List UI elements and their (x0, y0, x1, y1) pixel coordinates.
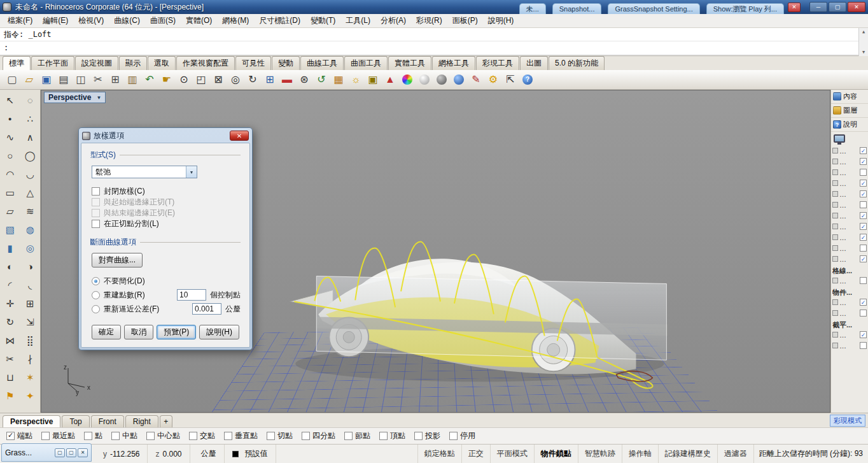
popup-window-icon[interactable]: ▢ (55, 448, 65, 457)
background-tab[interactable]: Snapshot... (552, 3, 602, 14)
display-option-row[interactable]: 物件... (831, 286, 868, 297)
lock-icon[interactable]: ▣ (365, 71, 381, 88)
dropdown-arrow-icon[interactable]: ▼ (186, 166, 197, 178)
scale-icon[interactable]: ⇲ (20, 313, 41, 331)
point-icon[interactable]: • (0, 110, 20, 128)
paint-icon[interactable]: ✦ (20, 387, 41, 405)
open-file-icon[interactable]: ▱ (21, 71, 38, 88)
mirror-icon[interactable]: ⋈ (0, 331, 20, 350)
osnap-toggle[interactable]: 切點 (267, 431, 293, 441)
osnap-checkbox[interactable] (379, 432, 388, 440)
toolbar-tab[interactable]: 可見性 (235, 56, 271, 70)
toolbar-tab[interactable]: 設定視圖 (75, 56, 118, 70)
toolbar-tab[interactable]: 彩現工具 (476, 56, 519, 70)
circle-icon[interactable]: ○ (0, 146, 20, 165)
radio-button[interactable] (92, 291, 100, 299)
toolbar-tab[interactable]: 曲面工具 (344, 56, 388, 70)
display-mode-chip[interactable]: 彩現模式 (830, 415, 865, 427)
zoom-dynamic-icon[interactable]: ⊙ (176, 71, 192, 88)
display-option-row[interactable]: 截平... (831, 318, 868, 329)
scroll-down-icon[interactable]: ▼ (862, 50, 865, 55)
osnap-checkbox[interactable] (224, 432, 232, 440)
option-checkbox[interactable] (860, 180, 867, 187)
viewport-layout-icon[interactable]: ⊞ (262, 71, 278, 88)
undo-icon[interactable]: ↶ (141, 71, 158, 88)
display-option-row[interactable]: … (831, 145, 868, 156)
value-field[interactable]: 0.001 (192, 303, 221, 315)
osnap-toggle[interactable]: 節點 (344, 431, 370, 441)
osnap-checkbox[interactable] (146, 432, 155, 440)
torus-icon[interactable]: ◎ (20, 239, 41, 257)
lamp-icon[interactable]: ☼ (347, 71, 364, 88)
status-toggle[interactable]: 物件鎖點 (534, 445, 578, 463)
background-close-icon[interactable]: ✕ (788, 3, 801, 12)
background-tab[interactable]: 未... (519, 3, 546, 14)
menu-item[interactable]: 變動(T) (305, 14, 340, 27)
loft-option-checkbox[interactable]: 封閉放樣(C) (92, 186, 241, 197)
viewport-tab[interactable]: Front (91, 415, 124, 427)
add-viewport-tab-button[interactable]: + (160, 415, 172, 427)
menu-item[interactable]: 面板(P) (447, 14, 483, 27)
option-checkbox[interactable] (860, 158, 867, 165)
zoom-window-icon[interactable]: ◰ (193, 71, 209, 88)
display-option-row[interactable]: … (831, 340, 868, 351)
trim-icon[interactable]: ✂ (0, 350, 20, 368)
status-toggle[interactable]: 正交 (461, 445, 490, 463)
align-curves-button[interactable]: 對齊曲線... (92, 253, 143, 267)
viewport-tab[interactable]: Right (125, 415, 158, 427)
conic-icon[interactable]: ◡ (20, 165, 41, 183)
save-icon[interactable]: ▣ (38, 71, 55, 88)
grasshopper-popup[interactable]: Grass... ▢▢✕ (1, 443, 92, 462)
render-sphere-light-icon[interactable] (416, 71, 433, 88)
move-icon[interactable]: ✛ (0, 294, 20, 313)
viewport-tab[interactable]: Perspective (3, 415, 60, 427)
panel-tab-properties[interactable]: 內容 (831, 90, 868, 104)
gumball-icon[interactable]: ⇱ (502, 71, 519, 88)
render-icon[interactable]: ▲ (382, 71, 398, 88)
rectangle-icon[interactable]: ▭ (0, 183, 20, 202)
option-checkbox[interactable] (860, 223, 867, 230)
toolbar-tab[interactable]: 曲線工具 (300, 56, 344, 70)
option-checkbox[interactable] (860, 342, 867, 349)
osnap-checkbox[interactable] (449, 432, 458, 440)
dialog-close-button[interactable]: ✕ (230, 131, 249, 141)
loft-style-dropdown[interactable]: 鬆弛 ▼ (92, 166, 197, 178)
viewport-menu-caret-icon[interactable]: ▼ (96, 95, 101, 101)
zoom-target-icon[interactable]: ⊛ (296, 71, 312, 88)
dialog-titlebar[interactable]: 放樣選項 ✕ (81, 130, 250, 143)
boolean-difference-icon[interactable]: ◑ (20, 257, 41, 276)
option-checkbox[interactable] (860, 310, 867, 317)
option-checkbox[interactable] (860, 234, 867, 241)
status-toggle[interactable]: 智慧軌跡 (578, 445, 622, 463)
menu-item[interactable]: 網格(M) (217, 14, 254, 27)
lasso-select-icon[interactable]: ◌ (20, 91, 41, 110)
box-icon[interactable]: ▧ (0, 220, 20, 239)
loft-option-checkbox[interactable]: 在正切點分割(L) (92, 218, 241, 229)
checkbox-box[interactable] (92, 187, 100, 196)
display-option-row[interactable]: … (831, 232, 868, 243)
menu-item[interactable]: 說明(H) (483, 14, 519, 27)
polyline-icon[interactable]: ∧ (20, 128, 41, 146)
osnap-toggle[interactable]: 端點 (6, 431, 32, 441)
close-button[interactable]: ✕ (848, 2, 865, 12)
background-tab[interactable]: GrassSnapshot Setting... (608, 3, 699, 14)
undo-view-icon[interactable]: ↺ (313, 71, 330, 88)
osnap-toggle[interactable]: 點 (84, 431, 102, 441)
car-display-icon[interactable]: ▬ (279, 71, 295, 88)
maximize-button[interactable]: ▢ (829, 2, 846, 12)
display-option-row[interactable]: … (831, 210, 868, 221)
display-option-row[interactable]: … (831, 308, 868, 318)
menu-item[interactable]: 檔案(F) (3, 14, 38, 27)
arc-icon[interactable]: ◠ (0, 165, 20, 183)
cut-icon[interactable]: ✂ (90, 71, 106, 88)
copy-icon[interactable]: ⊞ (107, 71, 123, 88)
select-tool-icon[interactable]: ↖ (0, 91, 20, 110)
osnap-toggle[interactable]: 中心點 (146, 431, 180, 441)
osnap-checkbox[interactable] (414, 432, 423, 440)
osnap-toggle[interactable]: 停用 (449, 431, 475, 441)
menu-item[interactable]: 實體(O) (181, 14, 217, 27)
toolbar-tab[interactable]: 實體工具 (388, 56, 431, 70)
loft-icon[interactable]: ≋ (20, 202, 41, 220)
display-panel-icon[interactable] (834, 134, 845, 143)
toolbar-tab[interactable]: 選取 (148, 56, 176, 70)
